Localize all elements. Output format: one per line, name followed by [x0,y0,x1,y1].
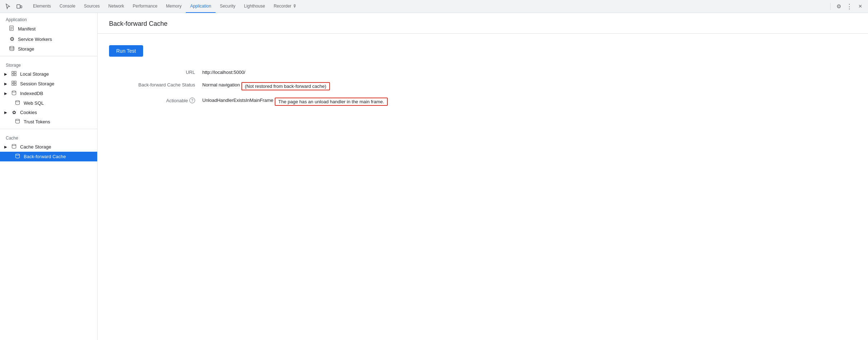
sidebar-item-service-workers[interactable]: ⚙ Service Workers [0,34,97,44]
svg-point-17 [16,119,20,121]
tab-recorder[interactable]: Recorder 🎙 [269,0,301,13]
svg-point-18 [12,144,16,146]
local-storage-icon [11,71,17,77]
sidebar-item-web-sql[interactable]: Web SQL [0,98,97,108]
cookies-label: Cookies [20,110,37,115]
svg-point-16 [16,100,20,102]
expand-icon: ▶ [4,145,7,149]
manifest-icon [9,25,15,32]
tab-memory[interactable]: Memory [162,0,186,13]
tab-application[interactable]: Application [186,0,216,13]
status-text: Normal navigation [202,82,240,88]
sidebar-item-indexeddb[interactable]: ▶ IndexedDB [0,89,97,98]
tab-network[interactable]: Network [104,0,128,13]
actionable-highlight: The page has an unload handler in the ma… [275,98,388,106]
expand-icon: ▶ [4,110,7,114]
settings-icon[interactable]: ⚙ [834,1,844,11]
sidebar-item-manifest[interactable]: Manifest [0,24,97,34]
tab-console[interactable]: Console [55,0,80,13]
sidebar-cache-header: Cache [0,133,97,142]
toolbar-right: ⚙ ⋮ ✕ [828,1,865,11]
tab-lighthouse[interactable]: Lighthouse [240,0,269,13]
local-storage-label: Local Storage [20,71,49,77]
cursor-icon[interactable] [3,1,13,11]
tab-elements[interactable]: Elements [29,0,55,13]
svg-point-19 [16,154,20,155]
status-value: Normal navigation (Not restored from bac… [202,81,857,92]
cookies-icon: ✿ [11,110,17,115]
divider-2 [0,129,97,129]
divider-1 [0,56,97,56]
main-layout: Application Manifest ⚙ Service Workers S… [0,13,868,340]
svg-rect-8 [14,71,16,73]
more-icon[interactable]: ⋮ [844,1,854,11]
page-title: Back-forward Cache [98,13,868,34]
svg-rect-10 [14,74,16,76]
indexeddb-label: IndexedDB [20,91,43,96]
actionable-text: Actionable [166,98,188,103]
svg-rect-0 [17,5,20,8]
web-sql-icon [14,100,21,106]
actionable-value: UnloadHandlerExistsInMainFrame The page … [202,96,857,107]
close-icon[interactable]: ✕ [855,1,865,11]
tab-sources[interactable]: Sources [80,0,104,13]
svg-rect-12 [14,81,16,83]
expand-icon: ▶ [4,91,7,95]
svg-rect-9 [12,74,14,76]
run-test-button[interactable]: Run Test [109,45,143,57]
sidebar-item-storage[interactable]: Storage [0,44,97,54]
tab-security[interactable]: Security [216,0,240,13]
sidebar-application-header: Application [0,14,97,24]
web-sql-label: Web SQL [24,100,44,106]
svg-rect-1 [20,6,22,8]
service-workers-icon: ⚙ [9,36,15,42]
session-storage-icon [11,81,17,87]
url-value: http://localhost:5000/ [202,68,857,76]
tab-performance[interactable]: Performance [128,0,162,13]
tab-bar: Elements Console Sources Network Perform… [0,0,868,13]
trust-tokens-label: Trust Tokens [24,119,50,124]
trust-tokens-icon [14,119,21,125]
svg-rect-7 [12,71,14,73]
svg-point-6 [10,46,14,48]
devtools-icons [3,1,24,11]
sidebar: Application Manifest ⚙ Service Workers S… [0,13,98,340]
actionable-label: Actionable ? [109,96,202,105]
status-label: Back-forward Cache Status [109,81,202,89]
content-body: Run Test URL http://localhost:5000/ Back… [98,34,868,119]
storage-label: Storage [18,46,34,52]
bfc-icon [14,154,21,160]
expand-icon: ▶ [4,82,7,86]
sidebar-item-local-storage[interactable]: ▶ Local Storage [0,69,97,79]
expand-icon: ▶ [4,72,7,76]
content-area: Back-forward Cache Run Test URL http://l… [98,13,868,340]
svg-point-15 [12,91,16,92]
svg-rect-11 [12,81,14,83]
info-grid: URL http://localhost:5000/ Back-forward … [109,68,857,107]
sidebar-item-session-storage[interactable]: ▶ Session Storage [0,79,97,89]
url-label: URL [109,68,202,76]
sidebar-storage-header: Storage [0,60,97,69]
storage-icon [9,46,15,52]
device-icon[interactable] [14,1,24,11]
help-icon[interactable]: ? [189,98,195,103]
cache-storage-icon [11,144,17,150]
session-storage-label: Session Storage [20,81,54,86]
sidebar-item-cookies[interactable]: ▶ ✿ Cookies [0,108,97,117]
actionable-code: UnloadHandlerExistsInMainFrame [202,98,273,103]
svg-rect-14 [14,84,16,85]
bfc-label: Back-forward Cache [24,154,66,159]
sidebar-item-cache-storage[interactable]: ▶ Cache Storage [0,142,97,152]
service-workers-label: Service Workers [18,37,52,42]
sidebar-item-back-forward-cache[interactable]: Back-forward Cache [0,152,97,161]
divider [830,3,831,10]
cache-storage-label: Cache Storage [20,144,51,150]
manifest-label: Manifest [18,26,36,32]
indexeddb-icon [11,90,17,96]
status-highlight: (Not restored from back-forward cache) [241,82,330,90]
svg-rect-13 [12,84,14,85]
sidebar-item-trust-tokens[interactable]: Trust Tokens [0,117,97,127]
